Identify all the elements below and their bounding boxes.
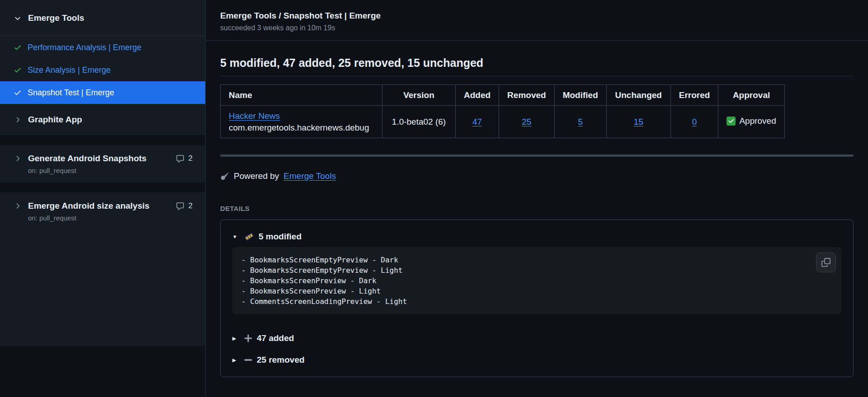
- approved-check-icon: [726, 117, 736, 126]
- section-divider: [220, 154, 854, 157]
- copy-icon: [821, 258, 830, 267]
- col-header-approval: Approval: [718, 85, 784, 106]
- annotation-count: 2: [189, 201, 193, 210]
- caret-right-icon: ▶: [232, 357, 240, 363]
- check-run-panel: Emerge Tools / Snapshot Test | Emerge su…: [206, 0, 868, 397]
- check-success-icon: [14, 89, 22, 97]
- approval-status: Approved: [739, 116, 776, 126]
- check-label: Snapshot Test | Emerge: [28, 88, 114, 98]
- removed-count-link[interactable]: 25: [522, 117, 531, 126]
- removed-section-title: 25 removed: [257, 355, 305, 365]
- modified-section-title: 5 modified: [259, 232, 302, 242]
- run-status-line: succeeded 3 weeks ago in 10m 19s: [220, 24, 854, 32]
- sidebar-gap: [0, 135, 205, 145]
- caret-down-icon: ▼: [232, 234, 240, 239]
- check-success-icon: [14, 66, 22, 74]
- added-count-link[interactable]: 47: [472, 117, 482, 126]
- check-success-icon: [14, 43, 22, 51]
- col-header-added: Added: [456, 85, 499, 106]
- workflow-row[interactable]: Generate Android Snapshots 2: [0, 154, 205, 163]
- col-header-errored: Errored: [670, 85, 718, 106]
- powered-by: Powered by Emerge Tools: [220, 171, 854, 181]
- added-section-title: 47 added: [257, 333, 294, 343]
- code-line: - BookmarksScreenEmptyPreview - Light: [241, 265, 832, 276]
- caret-right-icon: ▶: [232, 336, 240, 341]
- modified-cell: 5: [554, 106, 606, 138]
- checks-page: Emerge Tools Performance Analysis | Emer…: [0, 0, 868, 397]
- annotation-badge: 2: [176, 201, 193, 210]
- code-line: - BookmarksScreenEmptyPreview - Dark: [241, 255, 832, 265]
- modified-section-toggle[interactable]: ▼ 5 modified: [232, 232, 841, 242]
- chevron-right-icon: [14, 202, 22, 210]
- removed-section-toggle[interactable]: ▶ 25 removed: [232, 355, 841, 365]
- minus-icon: [244, 356, 252, 364]
- run-output: 5 modified, 47 added, 25 removed, 15 unc…: [206, 41, 868, 397]
- check-label: Performance Analysis | Emerge: [28, 43, 142, 52]
- table-row: Hacker News com.emergetools.hackernews.d…: [221, 106, 785, 138]
- suite-header-emerge-tools[interactable]: Emerge Tools: [0, 0, 205, 36]
- chevron-right-icon: [14, 116, 22, 124]
- modified-code-block: - BookmarksScreenEmptyPreview - Dark - B…: [232, 247, 841, 314]
- check-label: Size Analysis | Emerge: [28, 65, 111, 75]
- code-line: - CommentsScreenLoadingPreview - Light: [241, 296, 832, 307]
- summary-heading: 5 modified, 47 added, 25 removed, 15 unc…: [220, 56, 854, 76]
- chevron-down-icon: [14, 14, 22, 22]
- details-box: ▼ 5 modified -: [220, 220, 854, 377]
- chevron-right-icon: [14, 154, 22, 163]
- sidebar-item-size-analysis[interactable]: Size Analysis | Emerge: [0, 59, 205, 81]
- approval-cell: Approved: [718, 106, 784, 138]
- version-cell: 1.0-beta02 (6): [382, 106, 456, 138]
- checks-sidebar: Emerge Tools Performance Analysis | Emer…: [0, 0, 206, 397]
- sidebar-item-performance-analysis[interactable]: Performance Analysis | Emerge: [0, 36, 205, 59]
- sidebar-item-snapshot-test[interactable]: Snapshot Test | Emerge: [0, 81, 205, 104]
- sidebar-gap: [0, 182, 205, 192]
- workflow-title: Generate Android Snapshots: [28, 154, 170, 163]
- workflow-trigger: on: pull_request: [28, 167, 205, 174]
- powered-by-text: Powered by: [234, 171, 279, 181]
- copy-button[interactable]: [816, 252, 836, 272]
- col-header-name: Name: [221, 85, 382, 106]
- film-frames-icon: [244, 232, 254, 242]
- annotation-icon: [176, 202, 184, 210]
- sidebar-empty-area: [0, 230, 205, 397]
- code-line: - BookmarksScreenPreview - Dark: [241, 276, 832, 286]
- results-table: Name Version Added Removed Modified Unch…: [220, 84, 785, 138]
- suite-title: Emerge Tools: [28, 13, 84, 23]
- table-header-row: Name Version Added Removed Modified Unch…: [221, 85, 785, 106]
- added-cell: 47: [456, 106, 499, 138]
- unchanged-cell: 15: [606, 106, 670, 138]
- unchanged-count-link[interactable]: 15: [634, 117, 643, 126]
- col-header-unchanged: Unchanged: [606, 85, 670, 106]
- errored-cell: 0: [670, 106, 718, 138]
- emerge-tools-link[interactable]: Emerge Tools: [283, 171, 336, 181]
- annotation-count: 2: [189, 154, 193, 163]
- modified-count-link[interactable]: 5: [578, 117, 583, 126]
- workflow-group-generate-snapshots: Generate Android Snapshots 2 on: pull_re…: [0, 145, 205, 182]
- code-line: - BookmarksScreenPreview - Light: [241, 286, 832, 296]
- annotation-icon: [176, 154, 184, 163]
- app-group-title: Graphite App: [28, 115, 82, 125]
- workflow-title: Emerge Android size analysis: [28, 201, 170, 211]
- workflow-row[interactable]: Emerge Android size analysis 2: [0, 201, 205, 211]
- bundle-id: com.emergetools.hackernews.debug: [229, 123, 374, 133]
- errored-count-link[interactable]: 0: [692, 117, 697, 126]
- details-label: DETAILS: [220, 205, 854, 212]
- run-title: Emerge Tools / Snapshot Test | Emerge: [220, 11, 854, 21]
- sidebar-item-graphite-app[interactable]: Graphite App: [0, 104, 205, 135]
- plus-icon: [244, 334, 252, 342]
- removed-cell: 25: [499, 106, 555, 138]
- app-name-link[interactable]: Hacker News: [229, 111, 280, 121]
- col-header-version: Version: [382, 85, 456, 106]
- annotation-badge: 2: [176, 154, 193, 163]
- workflow-group-size-analysis: Emerge Android size analysis 2 on: pull_…: [0, 192, 205, 230]
- run-header: Emerge Tools / Snapshot Test | Emerge su…: [206, 0, 868, 41]
- comet-icon: [220, 172, 229, 181]
- col-header-modified: Modified: [554, 85, 606, 106]
- check-suite-group: Emerge Tools Performance Analysis | Emer…: [0, 0, 205, 135]
- name-cell: Hacker News com.emergetools.hackernews.d…: [221, 106, 382, 138]
- added-section-toggle[interactable]: ▶ 47 added: [232, 333, 841, 343]
- workflow-trigger: on: pull_request: [28, 214, 205, 222]
- col-header-removed: Removed: [499, 85, 555, 106]
